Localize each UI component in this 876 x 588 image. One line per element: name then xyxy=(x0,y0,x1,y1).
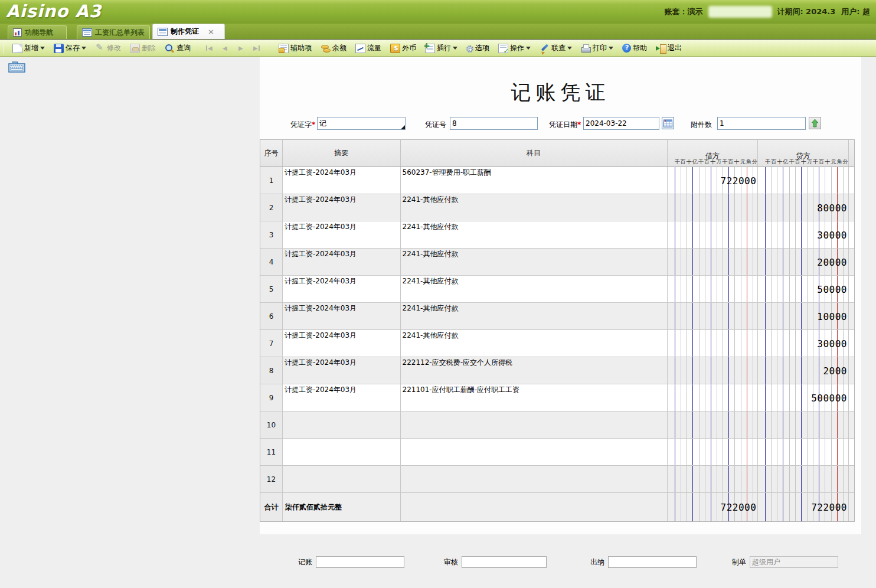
row-account[interactable] xyxy=(401,466,668,492)
row-account[interactable]: 2241-其他应付款 xyxy=(401,249,668,275)
toolbar-button-options[interactable]: 选项 xyxy=(465,42,491,54)
toolbar-button-operate[interactable]: 操作 xyxy=(496,42,532,54)
row-summary[interactable] xyxy=(283,439,401,465)
row-summary[interactable] xyxy=(283,411,401,438)
row-summary[interactable]: 计提工资-2024年03月 xyxy=(283,330,401,357)
row-account[interactable]: 2241-其他应付款 xyxy=(401,276,668,302)
tab-function-nav[interactable]: 功能导航 xyxy=(8,25,67,39)
row-account[interactable]: 2241-其他应付款 xyxy=(401,194,668,221)
modify-icon xyxy=(95,44,105,53)
row-debit-cell[interactable] xyxy=(668,276,759,302)
toolbar-button-insert-row[interactable]: 插行 xyxy=(423,42,459,54)
row-account[interactable]: 560237-管理费用-职工薪酬 xyxy=(401,167,668,194)
row-debit-cell[interactable] xyxy=(668,194,759,221)
row-summary[interactable]: 计提工资-2024年03月 xyxy=(283,221,401,248)
audit-group: 审核 xyxy=(444,556,547,568)
header-credit: 贷方 千百十亿千百十万千百十元角分 xyxy=(758,140,849,166)
toolbar-button-new[interactable]: 新增 xyxy=(11,42,47,54)
toolbar-button-linked-query[interactable]: 联查 xyxy=(538,42,574,54)
cashier-input[interactable] xyxy=(608,556,697,568)
row-credit-cell[interactable] xyxy=(758,439,849,465)
dropdown-caret-icon[interactable] xyxy=(81,47,86,52)
row-seq: 12 xyxy=(260,466,283,492)
toolbar-button-help[interactable]: 帮助 xyxy=(620,42,649,54)
toolbar-button-cash-flow[interactable]: 流量 xyxy=(354,42,383,54)
row-account[interactable]: 2241-其他应付款 xyxy=(401,221,668,248)
table-row: 1 计提工资-2024年03月 560237-管理费用-职工薪酬 722000 xyxy=(260,167,854,194)
row-credit-cell[interactable]: 10000 xyxy=(758,303,849,329)
toolbar-button-query[interactable]: 查询 xyxy=(163,42,192,54)
toolbar-button-print[interactable]: 打印 xyxy=(579,42,615,54)
calendar-button[interactable] xyxy=(662,117,674,129)
row-filler xyxy=(849,194,854,221)
row-debit-cell[interactable] xyxy=(668,384,759,411)
row-debit-cell[interactable] xyxy=(668,466,759,492)
row-summary[interactable]: 计提工资-2024年03月 xyxy=(283,357,401,384)
row-debit-cell[interactable] xyxy=(668,303,759,329)
row-debit-cell[interactable] xyxy=(668,249,759,275)
tab-label: 功能导航 xyxy=(25,28,53,38)
dropdown-caret-icon[interactable] xyxy=(567,47,572,52)
row-credit-cell[interactable]: 2000 xyxy=(758,357,849,384)
dropdown-caret-icon[interactable] xyxy=(609,47,613,52)
row-debit-cell[interactable] xyxy=(668,357,759,384)
row-summary[interactable] xyxy=(283,466,401,492)
row-credit-cell[interactable] xyxy=(758,466,849,492)
dropdown-caret-icon[interactable] xyxy=(40,47,45,52)
dropdown-caret-icon[interactable] xyxy=(526,47,531,52)
toolbar-button-aux-items[interactable]: 辅助项 xyxy=(277,42,313,54)
row-summary[interactable]: 计提工资-2024年03月 xyxy=(283,384,401,411)
row-summary[interactable]: 计提工资-2024年03月 xyxy=(283,194,401,221)
row-account[interactable]: 2241-其他应付款 xyxy=(401,330,668,357)
row-credit-cell[interactable]: 50000 xyxy=(758,276,849,302)
row-credit-cell[interactable] xyxy=(758,167,849,194)
voucher-no-input[interactable] xyxy=(450,117,538,130)
toolbar-button-label: 插行 xyxy=(437,43,451,53)
toolbar-button-exit[interactable]: 退出 xyxy=(654,42,684,54)
nav-last-icon xyxy=(253,44,260,53)
nav-first-icon xyxy=(205,44,213,53)
row-debit-cell[interactable] xyxy=(668,221,759,248)
bookkeeping-input[interactable] xyxy=(316,556,404,568)
row-account[interactable]: 222112-应交税费-应交个人所得税 xyxy=(401,357,668,384)
voucher-date-input[interactable] xyxy=(583,117,659,130)
attachments-label: 附件数 xyxy=(691,120,712,130)
row-summary[interactable]: 计提工资-2024年03月 xyxy=(283,303,401,329)
row-credit-cell[interactable]: 30000 xyxy=(758,221,849,248)
tab-label: 制作凭证 xyxy=(171,27,199,37)
row-debit-cell[interactable]: 722000 xyxy=(668,167,759,194)
row-account[interactable]: 2241-其他应付款 xyxy=(401,303,668,329)
row-filler xyxy=(849,167,854,194)
row-debit-cell[interactable] xyxy=(668,411,759,438)
toolbar-button-foreign-currency[interactable]: 外币 xyxy=(388,42,418,54)
row-debit-cell[interactable] xyxy=(668,439,759,465)
row-summary[interactable]: 计提工资-2024年03月 xyxy=(283,249,401,275)
toolbar-button-save[interactable]: 保存 xyxy=(52,42,88,54)
row-account[interactable] xyxy=(401,411,668,438)
toolbar-button-nav-last xyxy=(251,43,262,54)
tab-salary-summary-list[interactable]: 工资汇总单列表 xyxy=(77,25,150,39)
tab-label: 工资汇总单列表 xyxy=(95,28,145,38)
row-summary[interactable]: 计提工资-2024年03月 xyxy=(283,276,401,302)
row-credit-cell[interactable]: 80000 xyxy=(758,194,849,221)
audit-input[interactable] xyxy=(462,556,547,568)
row-summary[interactable]: 计提工资-2024年03月 xyxy=(283,167,401,194)
row-account[interactable] xyxy=(401,439,668,465)
attachment-upload-button[interactable] xyxy=(809,117,821,129)
row-credit-amount: 30000 xyxy=(817,229,847,240)
row-credit-cell[interactable]: 500000 xyxy=(758,384,849,411)
row-credit-cell[interactable]: 30000 xyxy=(758,330,849,357)
row-credit-cell[interactable]: 20000 xyxy=(758,249,849,275)
tab-make-voucher[interactable]: 制作凭证 × xyxy=(152,24,225,39)
close-icon[interactable]: × xyxy=(208,29,214,35)
toolbar-button-label: 查询 xyxy=(176,43,191,53)
voucher-word-input[interactable] xyxy=(317,117,406,130)
row-debit-cell[interactable] xyxy=(668,330,759,357)
toolbar-button-balance[interactable]: 余额 xyxy=(319,42,348,54)
dropdown-caret-icon[interactable] xyxy=(453,47,457,52)
attachments-input[interactable] xyxy=(717,117,806,130)
keyboard-icon[interactable] xyxy=(8,61,26,76)
row-credit-cell[interactable] xyxy=(758,411,849,438)
row-account[interactable]: 221101-应付职工薪酬-应付职工工资 xyxy=(401,384,668,411)
row-filler xyxy=(849,330,854,357)
